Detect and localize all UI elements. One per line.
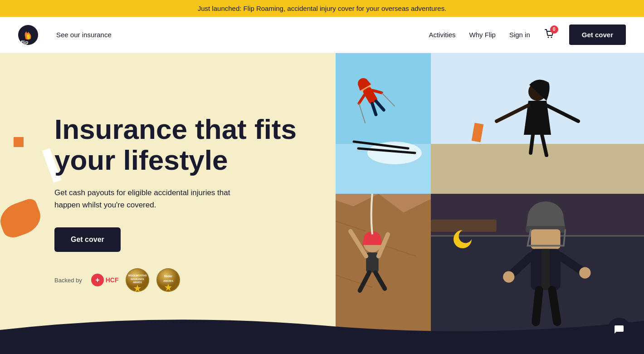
cart-count: 0	[550, 25, 558, 34]
hero-images-grid	[336, 53, 644, 344]
activities-link[interactable]: Activities	[429, 31, 455, 39]
announcement-banner: Just launched: Flip Roaming, accidental …	[0, 0, 644, 17]
bottom-section	[0, 344, 644, 354]
svg-point-3	[551, 36, 552, 38]
banner-text: Just launched: Flip Roaming, accidental …	[198, 5, 447, 12]
adventure-image	[431, 53, 644, 194]
finder-badge-icon: finder AWARDS	[156, 268, 180, 292]
svg-point-53	[503, 271, 514, 282]
svg-text:INSURANCE: INSURANCE	[131, 278, 145, 280]
hero-wave	[0, 307, 644, 344]
sign-in-link[interactable]: Sign in	[509, 31, 530, 39]
navbar-right: Activities Why Flip Sign in 0 Get cover	[429, 25, 626, 45]
flip-logo-icon: flip	[18, 25, 38, 45]
svg-point-2	[547, 36, 549, 38]
svg-text:AWARDS: AWARDS	[164, 280, 174, 282]
hcf-inner-icon	[94, 276, 101, 284]
cart-button[interactable]: 0	[544, 28, 556, 42]
skier-image	[336, 53, 431, 194]
get-cover-hero-button[interactable]: Get cover	[54, 227, 121, 252]
woolworths-badge-icon: WOOLWORTHS INSURANCE AWARDS	[126, 268, 149, 292]
hcf-text: HCF	[106, 276, 119, 284]
svg-text:finder: finder	[164, 275, 173, 278]
chat-icon	[614, 324, 624, 334]
navbar: flip See our insurance Activities Why Fl…	[0, 17, 644, 53]
woolworths-award-badge: WOOLWORTHS INSURANCE AWARDS	[126, 268, 149, 292]
hcf-circle-icon	[91, 274, 104, 286]
chat-button[interactable]	[608, 318, 630, 340]
see-insurance-link[interactable]: See our insurance	[56, 31, 112, 39]
logo-link[interactable]: flip	[18, 25, 38, 45]
adventure-svg	[431, 53, 644, 194]
why-flip-link[interactable]: Why Flip	[469, 31, 496, 39]
svg-rect-50	[542, 249, 550, 290]
backed-by-section: Backed by HCF WOOLWORTHS INSURANCE AWARD…	[54, 268, 313, 292]
yellow-crescent-decoration	[449, 226, 476, 253]
hero-content: Insurance that fits your lifestyle Get c…	[0, 53, 340, 344]
svg-rect-27	[431, 144, 644, 194]
finder-award-badge: finder AWARDS	[156, 268, 180, 292]
hcf-logo: HCF	[91, 274, 119, 286]
svg-text:AWARDS: AWARDS	[133, 281, 142, 284]
crescent-icon	[449, 226, 476, 253]
get-cover-nav-button[interactable]: Get cover	[569, 25, 626, 45]
hero-subtitle: Get cash payouts for eligible accidental…	[54, 187, 245, 211]
svg-text:WOOLWORTHS: WOOLWORTHS	[128, 274, 147, 277]
svg-line-31	[531, 135, 533, 153]
svg-point-54	[579, 267, 590, 278]
svg-text:flip: flip	[21, 39, 29, 45]
backed-by-label: Backed by	[54, 277, 82, 284]
hero-section: Insurance that fits your lifestyle Get c…	[0, 53, 644, 344]
skier-svg	[336, 53, 431, 194]
navbar-left: flip See our insurance	[18, 25, 112, 45]
hero-title: Insurance that fits your lifestyle	[54, 114, 313, 176]
